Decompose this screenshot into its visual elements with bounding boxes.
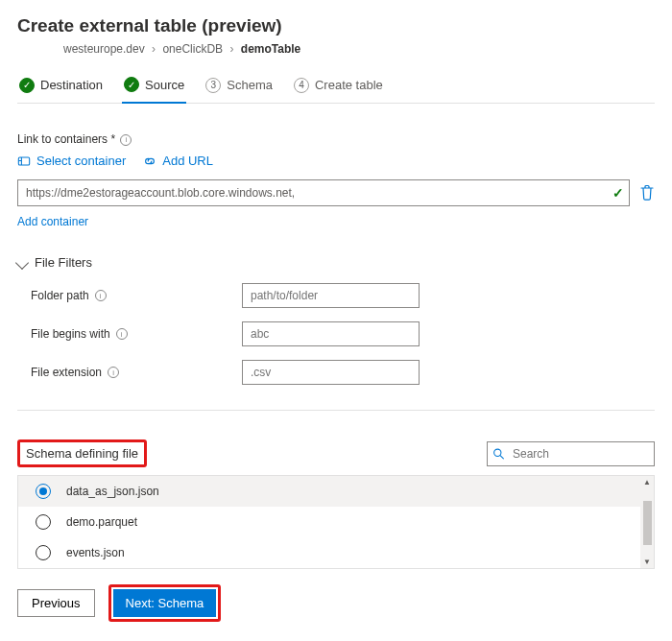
folder-path-label: Folder path i — [31, 289, 242, 302]
select-container-link[interactable]: Select container — [17, 154, 126, 168]
step-number: 4 — [294, 78, 309, 93]
radio[interactable] — [36, 514, 51, 530]
file-name: data_as_json.json — [66, 485, 159, 498]
section-heading-filters: File Filters — [35, 255, 92, 270]
radio[interactable] — [36, 545, 51, 560]
step-destination[interactable]: Destination — [17, 72, 105, 103]
step-label: Source — [145, 78, 184, 92]
radio[interactable] — [36, 484, 51, 499]
delete-icon[interactable] — [639, 184, 655, 202]
add-container-link[interactable]: Add container — [17, 215, 88, 228]
scroll-down-icon[interactable]: ▼ — [643, 558, 651, 566]
file-extension-input[interactable] — [242, 360, 420, 385]
breadcrumb-item-current: demoTable — [241, 42, 300, 56]
folder-path-input[interactable] — [242, 283, 420, 308]
breadcrumb-item[interactable]: oneClickDB — [162, 42, 223, 56]
file-begins-with-label: File begins with i — [31, 327, 242, 341]
next-button[interactable]: Next: Schema — [113, 589, 217, 617]
section-heading-containers: Link to containers i — [17, 132, 655, 146]
container-url-input[interactable] — [17, 179, 630, 206]
page-title: Create external table (preview) — [17, 15, 655, 36]
step-label: Schema — [227, 78, 273, 92]
file-filters-toggle[interactable]: File Filters — [17, 255, 655, 270]
schema-file-list: data_as_json.json demo.parquet events.js… — [17, 475, 655, 569]
wizard-steps: Destination Source 3 Schema 4 Create tab… — [17, 71, 655, 104]
section-heading-schema-file: Schema defining file — [26, 446, 138, 461]
step-create-table[interactable]: 4 Create table — [292, 72, 385, 103]
chevron-right-icon: › — [229, 42, 233, 56]
callout-highlight: Next: Schema — [108, 584, 222, 622]
scrollbar[interactable]: ▲ ▼ — [640, 476, 654, 568]
divider — [17, 410, 655, 411]
list-item[interactable]: events.json — [18, 537, 654, 568]
step-schema[interactable]: 3 Schema — [204, 72, 275, 103]
file-name: events.json — [66, 546, 125, 559]
add-url-link[interactable]: Add URL — [143, 154, 213, 168]
search-icon — [492, 447, 505, 460]
file-name: demo.parquet — [66, 515, 137, 529]
container-url-field[interactable]: ✓ — [17, 179, 630, 206]
chevron-down-icon — [15, 255, 29, 269]
previous-button[interactable]: Previous — [17, 589, 95, 617]
info-icon[interactable]: i — [116, 328, 128, 340]
list-item[interactable]: data_as_json.json — [18, 476, 654, 507]
check-icon — [19, 78, 35, 93]
info-icon[interactable]: i — [120, 134, 132, 146]
container-icon — [17, 154, 31, 168]
action-label: Add URL — [162, 154, 213, 168]
valid-check-icon: ✓ — [612, 185, 624, 201]
list-item[interactable]: demo.parquet — [18, 507, 654, 537]
check-icon — [124, 77, 139, 92]
file-extension-label: File extension i — [31, 366, 242, 379]
step-label: Destination — [40, 78, 103, 92]
search-input[interactable] — [487, 441, 655, 466]
breadcrumb-item[interactable]: westeurope.dev — [63, 42, 145, 56]
step-label: Create table — [315, 78, 383, 92]
step-number: 3 — [205, 78, 221, 93]
breadcrumb: westeurope.dev › oneClickDB › demoTable — [63, 42, 655, 56]
svg-line-2 — [500, 455, 503, 458]
action-label: Select container — [36, 154, 126, 168]
svg-point-1 — [494, 449, 501, 456]
scroll-up-icon[interactable]: ▲ — [643, 478, 651, 487]
scroll-thumb[interactable] — [643, 501, 652, 545]
chevron-right-icon: › — [152, 42, 156, 56]
callout-highlight: Schema defining file — [17, 439, 147, 467]
file-begins-with-input[interactable] — [242, 321, 420, 346]
link-icon — [143, 154, 156, 168]
info-icon[interactable]: i — [95, 290, 107, 301]
step-source[interactable]: Source — [122, 71, 186, 104]
info-icon[interactable]: i — [108, 367, 119, 378]
